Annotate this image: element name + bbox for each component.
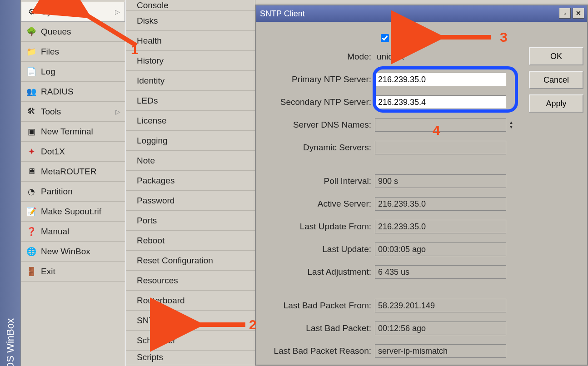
submenu-label: Note <box>137 156 155 166</box>
submenu-item-history[interactable]: History <box>126 51 255 71</box>
sidebar-item-label: Exit <box>41 267 55 277</box>
submenu-label: Identity <box>137 76 164 86</box>
submenu-item-ports[interactable]: Ports <box>126 211 255 231</box>
submenu-item-resources[interactable]: Resources <box>126 271 255 291</box>
submenu-label: Scripts <box>137 352 163 362</box>
bad-packet-label: Last Bad Packet: <box>259 323 375 333</box>
sidebar-item-queues[interactable]: 🌳 Queues <box>21 22 125 42</box>
enabled-checkbox[interactable] <box>381 34 389 42</box>
window-minimize-button[interactable]: ▫ <box>559 8 571 19</box>
sidebar-item-dot1x[interactable]: ✦ Dot1X <box>21 142 125 162</box>
sidebar-item-exit[interactable]: 🚪 Exit <box>21 262 125 282</box>
exit-icon: 🚪 <box>25 266 37 277</box>
submenu-item-leds[interactable]: LEDs <box>126 91 255 111</box>
tree-icon: 🌳 <box>25 26 37 38</box>
sidebar-item-label: MetaROUTER <box>41 167 96 177</box>
submenu-label: Packages <box>137 176 174 186</box>
enabled-label: Enabled <box>392 33 424 43</box>
sidebar-item-manual[interactable]: ❓ Manual <box>21 222 125 242</box>
bad-packet-reason-label: Last Bad Packet Reason: <box>259 346 375 356</box>
updown-icon[interactable]: ▲▼ <box>509 120 513 129</box>
sidebar-item-tools[interactable]: 🛠 Tools ▷ <box>21 102 125 122</box>
window-titlebar[interactable]: SNTP Client ▫ ✕ <box>256 5 587 22</box>
submenu-label: License <box>137 116 167 126</box>
submenu-label: Reboot <box>137 236 164 246</box>
submenu-item-sntp-client[interactable]: SNTP Client <box>126 311 255 331</box>
dns-names-field[interactable] <box>375 118 506 132</box>
poll-interval-label: Poll Interval: <box>259 176 375 186</box>
submenu-item-health[interactable]: Health <box>126 31 255 51</box>
sidebar-item-label: Files <box>41 47 59 57</box>
sidebar-item-make-supout[interactable]: 📝 Make Supout.rif <box>21 202 125 222</box>
last-adjustment-value: 6 435 us <box>375 265 506 279</box>
poll-interval-value: 900 s <box>375 174 506 188</box>
cancel-button[interactable]: Cancel <box>529 71 583 89</box>
submenu-item-disks[interactable]: Disks <box>126 11 255 31</box>
primary-ntp-input[interactable] <box>375 73 506 86</box>
sidebar-item-label: Partition <box>41 187 73 197</box>
submenu-label: SNTP Client <box>137 316 184 326</box>
submenu-item-packages[interactable]: Packages <box>126 171 255 191</box>
file-add-icon: 📝 <box>25 206 37 218</box>
submenu-label: Disks <box>137 16 158 26</box>
submenu-item-identity[interactable]: Identity <box>126 71 255 91</box>
dot1x-icon: ✦ <box>25 146 37 158</box>
sidebar-item-log[interactable]: 📄 Log <box>21 62 125 82</box>
help-icon: ❓ <box>25 226 37 237</box>
primary-ntp-label: Primary NTP Server: <box>259 74 375 84</box>
system-submenu: Console Disks Health History Identity LE… <box>125 0 255 366</box>
mode-value: unicast <box>375 52 404 62</box>
bad-packet-reason-value: server-ip-mismatch <box>375 344 506 358</box>
sidebar-item-label: New Terminal <box>41 127 93 137</box>
sidebar-item-label: RADIUS <box>41 87 74 97</box>
sidebar-item-files[interactable]: 📁 Files <box>21 42 125 62</box>
submenu-label: Health <box>137 36 162 46</box>
sidebar-item-label: New WinBox <box>41 247 90 257</box>
submenu-item-logging[interactable]: Logging <box>126 131 255 151</box>
submenu-item-routerboard[interactable]: Routerboard <box>126 291 255 311</box>
submenu-item-password[interactable]: Password <box>126 191 255 211</box>
ok-button[interactable]: OK <box>529 47 583 65</box>
sidebar-item-new-winbox[interactable]: 🌐 New WinBox <box>21 242 125 262</box>
sntp-client-window: SNTP Client ▫ ✕ Enabled Mode: unicast Pr… <box>255 5 588 366</box>
sntp-form: Mode: unicast Primary NTP Server: Second… <box>259 45 524 362</box>
window-close-button[interactable]: ✕ <box>573 8 584 19</box>
chevron-right-icon: ▷ <box>115 8 120 15</box>
submenu-item-scripts[interactable]: Scripts <box>126 351 255 364</box>
sidebar-item-system[interactable]: ⚙ System ▷ <box>21 2 125 22</box>
apply-button[interactable]: Apply <box>529 94 583 113</box>
sidebar-item-radius[interactable]: 👥 RADIUS <box>21 82 125 102</box>
submenu-item-license[interactable]: License <box>126 111 255 131</box>
tools-icon: 🛠 <box>25 106 37 118</box>
last-update-from-label: Last Update From: <box>259 222 375 232</box>
sidebar-item-label: Dot1X <box>41 147 65 157</box>
sidebar-item-new-terminal[interactable]: ▣ New Terminal <box>21 122 125 142</box>
sidebar-item-metarouter[interactable]: 🖥 MetaROUTER <box>21 162 125 182</box>
last-update-value: 00:03:05 ago <box>375 242 506 256</box>
submenu-label: Resources <box>137 276 178 286</box>
bad-packet-from-value: 58.239.201.149 <box>375 299 506 312</box>
submenu-label: Routerboard <box>137 296 185 306</box>
window-title: SNTP Client <box>260 9 305 19</box>
submenu-item-console[interactable]: Console <box>126 0 255 11</box>
secondary-ntp-input[interactable] <box>375 95 506 109</box>
sidebar-item-label: Tools <box>41 107 61 117</box>
last-update-label: Last Update: <box>259 244 375 254</box>
document-icon: 📄 <box>25 66 37 78</box>
dynamic-servers-field <box>375 141 506 154</box>
last-update-from-value: 216.239.35.0 <box>375 220 506 233</box>
submenu-label: History <box>137 56 164 66</box>
router-icon: 🖥 <box>25 166 37 178</box>
submenu-item-note[interactable]: Note <box>126 151 255 171</box>
users-icon: 👥 <box>25 86 37 98</box>
submenu-label: Password <box>137 196 174 206</box>
main-sidebar: ⚙ System ▷ 🌳 Queues 📁 Files 📄 Log 👥 RADI… <box>21 0 125 366</box>
submenu-item-reset-config[interactable]: Reset Configuration <box>126 251 255 271</box>
terminal-icon: ▣ <box>25 126 37 138</box>
submenu-item-reboot[interactable]: Reboot <box>126 231 255 251</box>
submenu-item-scheduler[interactable]: Scheduler <box>126 331 255 351</box>
globe-icon: 🌐 <box>25 246 37 257</box>
dns-names-label: Server DNS Names: <box>259 120 375 130</box>
sidebar-item-partition[interactable]: ◔ Partition <box>21 182 125 202</box>
submenu-label: Logging <box>137 136 168 146</box>
